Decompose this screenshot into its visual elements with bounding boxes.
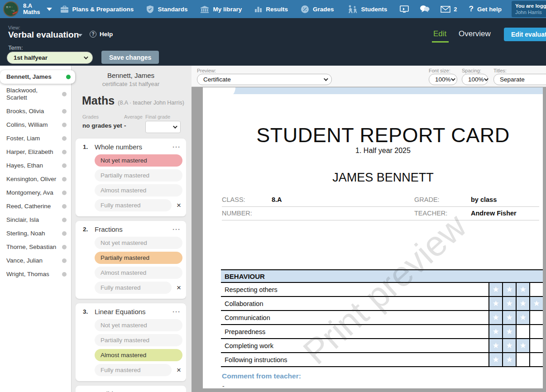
student-name: Reed, Catherine [6, 203, 59, 210]
behaviour-row-communication: Communication★★★ [221, 311, 543, 325]
sidebar-student-collins-william[interactable]: Collins, William [0, 118, 71, 132]
sidebar-student-vance-julian[interactable]: Vance, Julian [0, 254, 71, 268]
tab-edit[interactable]: Edit [433, 29, 446, 38]
topic-menu-button[interactable]: ··· [171, 308, 182, 316]
average-value: - [124, 122, 145, 129]
nav-item-label: Results [266, 6, 288, 13]
nav-item-students[interactable]: Students [347, 5, 388, 14]
level-pill-row: Fully mastered× [95, 282, 182, 294]
star-cell-empty [516, 325, 529, 338]
class-logo[interactable]: π+· ÷x [3, 1, 19, 17]
sidebar-student-bennett-james[interactable]: Bennett, James [0, 70, 75, 84]
sidebar-student-hayes-ethan[interactable]: Hayes, Ethan [0, 159, 71, 172]
titles-select[interactable]: Separate [493, 74, 546, 85]
sidebar-student-blackwood-scarlett[interactable]: Blackwood, Scarlett [0, 84, 71, 105]
get-help-button[interactable]: ? Get help [469, 5, 502, 14]
behaviour-row-label: Completing work [221, 339, 489, 352]
sidebar-student-harper-elizabeth[interactable]: Harper, Elizabeth [0, 145, 71, 159]
chevron-down-icon[interactable] [78, 34, 82, 37]
certificate-info-label: NUMBER: [222, 207, 272, 220]
sidebar-student-reed-catherine[interactable]: Reed, Catherine [0, 200, 71, 213]
behaviour-row-label: Communication [221, 311, 489, 324]
chevron-down-icon[interactable] [47, 8, 52, 11]
nav-item-my-library[interactable]: My library [200, 5, 242, 13]
sidebar-student-sterling-noah[interactable]: Sterling, Noah [0, 227, 71, 240]
titles-value: Separate [500, 76, 546, 83]
logged-in-user-box[interactable]: You are logged John Harris [512, 1, 546, 17]
preview-panel: Preview: Certificate Font size: 100% Spa… [192, 66, 546, 392]
level-pill-partially-mastered[interactable]: Partially mastered [95, 252, 182, 264]
student-name: Sinclair, Isla [6, 216, 59, 224]
view-selector[interactable]: Verbal evaluation [8, 30, 79, 40]
sidebar-student-foster-liam[interactable]: Foster, Liam [0, 132, 71, 145]
level-pill-almost-mastered[interactable]: Almost mastered [95, 267, 182, 279]
spacing-select[interactable]: 100% [462, 74, 488, 85]
level-pill-fully-mastered[interactable]: Fully mastered [95, 199, 172, 211]
student-name: Montgomery, Ava [6, 189, 59, 196]
nav-item-plans-preparations[interactable]: Plans & Preparations [60, 5, 134, 13]
topic-menu-button[interactable]: ··· [171, 390, 182, 392]
student-name: Kensington, Oliver [6, 176, 59, 183]
mastery-levels: Not yet masteredPartially masteredAlmost… [95, 154, 182, 211]
certificate-info-value: 8.A [272, 193, 414, 207]
preview-select[interactable]: Certificate [197, 74, 332, 85]
star-cell-filled-icon: ★ [516, 283, 529, 296]
level-pill-almost-mastered[interactable]: Almost mastered [95, 349, 182, 361]
print-preview-viewport[interactable]: STUDENT REPORT CARD 1. Half year 2025 JA… [192, 87, 546, 392]
chat-icon[interactable] [420, 5, 430, 13]
font-size-select[interactable]: 100% [429, 74, 457, 85]
certificate-info-value: by class [471, 193, 539, 207]
sidebar-student-brooks-olivia[interactable]: Brooks, Olivia [0, 105, 71, 118]
topic-menu-button[interactable]: ··· [171, 225, 182, 233]
nav-item-standards[interactable]: Standards [146, 5, 187, 14]
sidebar-student-montgomery-ava[interactable]: Montgomery, Ava [0, 186, 71, 200]
behaviour-row-preparedness: Preparedness★★ [221, 325, 543, 339]
progress-dot-icon [62, 191, 67, 195]
tab-overview[interactable]: Overview [459, 29, 491, 38]
level-pill-not-yet-mastered[interactable]: Not yet mastered [95, 154, 182, 167]
topic-card-header: 2.Fractions··· [81, 225, 182, 233]
progress-dot-icon [62, 177, 67, 182]
sub-header: View: Verbal evaluation ? Help Edit Over… [0, 18, 546, 66]
sidebar-student-sinclair-isla[interactable]: Sinclair, Isla [0, 213, 71, 227]
help-button[interactable]: ? Help [90, 31, 113, 38]
student-name: Bennett, James [6, 73, 63, 81]
student-name: Blackwood, Scarlett [6, 87, 59, 101]
sidebar-student-wright-thomas[interactable]: Wright, Thomas [0, 268, 71, 281]
remove-selection-button[interactable]: × [175, 201, 182, 209]
certificate-info-grid: CLASS:8.AGRADE:by classNUMBER:TEACHER:An… [222, 193, 539, 220]
term-select[interactable]: 1st halfyear [7, 52, 93, 64]
topic-menu-button[interactable]: ··· [171, 143, 182, 151]
progress-dot-icon [62, 258, 67, 263]
sidebar-student-thorne-sebastian[interactable]: Thorne, Sebastian [0, 240, 71, 254]
final-grade-select[interactable] [145, 121, 181, 133]
level-pill-fully-mastered[interactable]: Fully mastered [95, 364, 172, 376]
behaviour-row-collaboration: Collaboration★★★★ [221, 297, 543, 311]
nav-item-results[interactable]: Results [254, 5, 288, 13]
remove-selection-button[interactable]: × [175, 366, 182, 374]
save-changes-button[interactable]: Save changes [101, 51, 159, 64]
cast-icon[interactable] [400, 5, 409, 13]
logo-chalk-marks-2: ÷x [11, 9, 14, 12]
level-pill-not-yet-mastered[interactable]: Not yet mastered [95, 237, 182, 249]
edit-evaluation-button[interactable]: Edit evaluation [504, 28, 546, 41]
nav-item-grades[interactable]: Grades [301, 5, 334, 14]
class-subject-label: Maths [23, 9, 40, 15]
level-pill-fully-mastered[interactable]: Fully mastered [95, 282, 172, 294]
get-help-label: Get help [477, 6, 502, 13]
class-selector-label[interactable]: 8.A Maths [23, 3, 40, 15]
student-name: Thorne, Sebastian [6, 244, 59, 251]
topbar-right: 2 ? Get help You are logged John Harris [400, 1, 546, 17]
sidebar-student-kensington-oliver[interactable]: Kensington, Oliver [0, 172, 71, 186]
level-pill-partially-mastered[interactable]: Partially mastered [95, 334, 182, 346]
level-pill-partially-mastered[interactable]: Partially mastered [95, 169, 182, 182]
remove-selection-button[interactable]: × [175, 284, 182, 292]
messages-button[interactable]: 2 [441, 6, 457, 13]
star-cell-filled-icon: ★ [489, 353, 502, 366]
level-pill-not-yet-mastered[interactable]: Not yet mastered [95, 319, 182, 331]
level-pill-almost-mastered[interactable]: Almost mastered [95, 184, 182, 196]
spacing-value: 100% [468, 76, 484, 83]
nav-item-label: Standards [158, 6, 187, 13]
certificate-page: STUDENT REPORT CARD 1. Half year 2025 JA… [203, 87, 543, 388]
star-cell-filled-icon: ★ [502, 311, 516, 324]
